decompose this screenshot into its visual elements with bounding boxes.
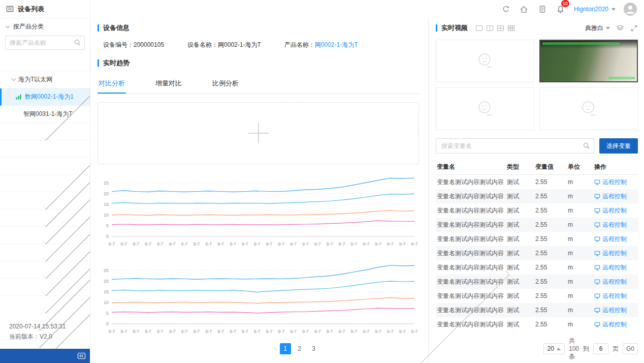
go-button[interactable]: G0 [623,343,638,354]
video-grid [436,40,638,130]
unit-cell: m [568,278,594,285]
home-icon [520,5,528,14]
table-row[interactable]: 变量名测试内容测试内容 测试 2.55 m 远程控制 [436,260,638,275]
fullscreen-icon[interactable] [630,24,638,32]
remote-control-icon [594,250,600,257]
remote-control-link[interactable]: 远程控制 [594,292,637,300]
trend-tab[interactable]: 对比分析 [98,74,126,94]
value-cell: 2.55 [535,321,568,328]
notifications-button[interactable]: 10 [556,4,566,14]
page-button[interactable]: 1 [280,343,291,354]
document-button[interactable] [537,4,548,14]
svg-text:9-7: 9-7 [327,241,333,247]
table-row[interactable]: 变量名测试内容测试内容 测试 2.55 m 远程控制 [436,317,638,331]
layout-4-grid-icon[interactable] [497,25,504,31]
svg-text:9-7: 9-7 [217,329,224,334]
remote-control-icon [594,207,600,214]
section-title-text: 实时趋势 [103,58,130,68]
avatar[interactable] [624,3,637,16]
product-name-link[interactable]: 网0002-1-海为T [315,41,358,48]
remote-control-link[interactable]: 远程控制 [594,206,637,215]
remote-control-link[interactable]: 远程控制 [594,306,637,315]
table-row[interactable]: 变量名测试内容测试内容 测试 2.55 m 远程控制 [436,275,638,289]
tree-item-label: 数网0002-1-海为1 [25,93,74,101]
svg-text:9-7: 9-7 [230,329,236,334]
video-cell-live[interactable] [539,40,638,82]
page-size-select[interactable]: 20 [543,343,565,354]
search-icon[interactable] [74,39,81,46]
layout-single-icon[interactable] [476,25,482,31]
remote-control-link[interactable]: 远程控制 [594,320,637,329]
jump-page-input[interactable] [593,343,608,354]
remote-control-icon [594,321,600,328]
page-button[interactable]: 3 [308,343,319,354]
remote-control-link[interactable]: 远程控制 [594,221,637,229]
remote-control-link[interactable]: 远程控制 [594,263,637,272]
table-row[interactable]: 变量名测试内容测试内容 测试 2.55 m 远程控制 [436,189,638,203]
remote-control-link[interactable]: 远程控制 [594,249,637,258]
tree-item[interactable]: 海为T以太网 [0,71,90,88]
variable-name-cell: 变量名测试内容测试内容 [437,206,507,215]
type-cell: 测试 [507,249,535,258]
remote-control-label: 远程控制 [602,292,627,300]
remote-control-label: 远程控制 [602,320,627,329]
type-cell: 测试 [507,221,535,229]
svg-text:9-7: 9-7 [363,329,369,334]
svg-text:9-7: 9-7 [217,241,224,247]
page-button[interactable]: 2 [294,343,305,354]
svg-text:9-7: 9-7 [169,329,176,334]
remote-control-link[interactable]: 远程控制 [594,178,637,187]
table-row[interactable]: 变量名测试内容测试内容 测试 2.55 m 远程控制 [436,218,638,232]
type-cell: 测试 [507,235,535,244]
table-row[interactable]: 变量名测试内容测试内容 测试 2.55 m 远程控制 [436,203,638,218]
video-cell-empty[interactable] [436,87,534,130]
refresh-button[interactable] [501,4,511,14]
svg-text:9-7: 9-7 [145,329,151,334]
variable-search-input[interactable] [436,138,594,154]
add-chart-placeholder[interactable] [98,102,419,164]
table-row[interactable]: 变量名测试内容测试内容 测试 2.55 m 远程控制 [436,175,638,189]
type-cell: 测试 [507,178,535,187]
value-cell: 2.55 [535,264,568,271]
col-action: 操作 [594,163,637,171]
product-name-label: 产品名称： [284,41,315,48]
remote-control-link[interactable]: 远程控制 [594,278,637,286]
layout-2-split-icon[interactable] [487,25,493,31]
tree-item[interactable]: 标准Modbus以太网 [0,140,90,158]
remote-control-label: 远程控制 [602,178,627,187]
trend-title: 实时趋势 [98,58,419,68]
video-cell-empty[interactable] [539,87,638,130]
product-search-input[interactable] [5,36,85,50]
table-row[interactable]: 变量名测试内容测试内容 测试 2.55 m 远程控制 [436,289,638,303]
home-button[interactable] [519,4,529,14]
select-variable-button[interactable]: 选择变量 [599,138,638,154]
trend-tab[interactable]: 比例分析 [211,74,240,94]
category-product[interactable]: 按产品分类 [0,18,90,35]
unit-cell: m [568,307,594,314]
value-cell: 2.55 [535,207,568,214]
trend-tab[interactable]: 增量对比 [154,74,183,94]
content: 设备信息 设备编号：200000105 设备名称：网0002-1-海为T 产品名… [90,18,644,363]
collapse-sidebar-icon[interactable] [77,352,86,360]
svg-text:9-7: 9-7 [327,329,333,334]
remote-control-icon [594,279,600,285]
remote-control-link[interactable]: 远程控制 [594,235,637,244]
layout-9-grid-icon[interactable] [508,25,514,31]
svg-text:9-7: 9-7 [387,241,394,247]
tree-item[interactable]: 模拟中冶设备 [0,54,90,71]
layers-icon[interactable] [616,24,624,32]
svg-text:9-7: 9-7 [193,329,200,334]
value-cell: 2.55 [535,278,568,285]
remote-control-link[interactable]: 远程控制 [594,192,637,201]
video-cell-empty[interactable] [436,40,534,82]
unit-cell: m [568,321,594,328]
svg-text:9-7: 9-7 [133,241,139,247]
user-menu[interactable]: Hignton2020 [574,6,616,13]
table-row[interactable]: 变量名测试内容测试内容 测试 2.55 m 远程控制 [436,246,638,260]
svg-text:9-7: 9-7 [350,241,357,247]
product-name: 产品名称：网0002-1-海为T [284,41,358,49]
svg-text:9-7: 9-7 [314,241,321,247]
search-icon[interactable] [583,142,590,149]
theme-select[interactable]: 典雅白 [585,24,610,33]
table-row[interactable]: 变量名测试内容测试内容 测试 2.55 m 远程控制 [436,232,638,246]
